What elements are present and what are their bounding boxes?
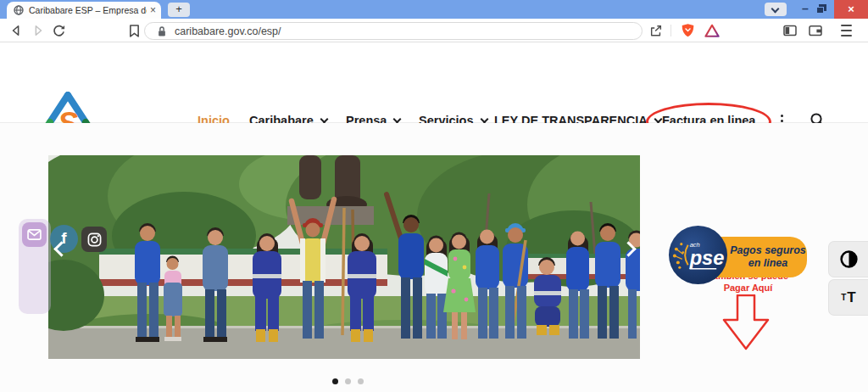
menu-icon — [841, 25, 852, 26]
window-restore-button[interactable] — [816, 4, 827, 14]
share-email-button[interactable] — [22, 222, 47, 247]
envelope-icon — [27, 229, 42, 240]
sidebar-icon — [783, 25, 797, 36]
tab-title: Caribabare ESP – Empresa de Serv — [29, 5, 147, 15]
carousel-dot-1[interactable] — [332, 378, 338, 384]
window-minimize-button[interactable]: – — [798, 0, 813, 19]
browser-toolbar: caribabare.gov.co/esp/ — [0, 19, 868, 42]
brave-shield-button[interactable] — [677, 19, 698, 42]
bookmark-button[interactable] — [125, 19, 143, 42]
group-photo-illustration — [48, 155, 640, 359]
chevron-down-icon — [771, 5, 780, 14]
url-text: caribabare.gov.co/esp/ — [175, 25, 281, 37]
carousel-dot-3[interactable] — [358, 378, 364, 384]
site-header: S CARIBABARE Inicio Caribabare Prensa Se… — [0, 42, 868, 123]
tab-search-chevron-button[interactable] — [765, 3, 787, 16]
chevron-down-icon — [393, 115, 402, 123]
sidebar-button[interactable] — [780, 19, 800, 42]
browser-window: Caribabare ESP – Empresa de Serv × + – × — [0, 0, 868, 392]
share-instagram-button[interactable] — [81, 227, 107, 252]
contrast-icon — [839, 249, 859, 269]
address-bar[interactable]: caribabare.gov.co/esp/ — [144, 22, 643, 40]
brave-rewards-button[interactable] — [702, 19, 722, 42]
toolbar-separator — [670, 25, 671, 36]
window-close-button[interactable]: × — [834, 0, 868, 19]
wallet-button[interactable] — [805, 19, 826, 42]
accessibility-contrast-button[interactable] — [828, 241, 868, 277]
bat-triangle-icon — [704, 24, 720, 38]
carousel-dot-2[interactable] — [345, 378, 351, 384]
instagram-icon — [87, 232, 102, 247]
annotation-arrow-down — [719, 294, 773, 350]
more-vertical-icon — [781, 115, 783, 117]
chevron-down-icon — [654, 115, 662, 123]
pse-logo-icon: ach pse — [668, 225, 728, 285]
tab-close-icon[interactable]: × — [150, 5, 156, 15]
wallet-icon — [809, 25, 822, 36]
share-button[interactable] — [646, 19, 666, 42]
accessibility-text-size-button[interactable]: TT — [828, 279, 868, 316]
back-icon — [10, 25, 22, 36]
pse-label-line1: Pagos seguros — [729, 244, 807, 257]
reload-button[interactable] — [49, 19, 68, 42]
share-icon — [649, 25, 663, 37]
shield-icon — [681, 23, 695, 38]
page-content: f También se puede Pagar Aquí Pagos segu… — [0, 123, 868, 392]
carousel-slide-photo — [48, 155, 640, 359]
reload-icon — [53, 25, 65, 37]
browser-menu-button[interactable] — [836, 19, 856, 42]
browser-titlebar: Caribabare ESP – Empresa de Serv × + – × — [0, 0, 868, 19]
new-tab-button[interactable]: + — [168, 3, 190, 17]
lock-icon — [157, 25, 167, 37]
text-size-icon: T — [841, 293, 846, 302]
forward-icon — [32, 25, 44, 36]
back-button[interactable] — [7, 19, 25, 42]
forward-button[interactable] — [29, 19, 47, 42]
bookmark-icon — [129, 25, 140, 37]
browser-tab[interactable]: Caribabare ESP – Empresa de Serv × — [7, 2, 161, 19]
chevron-down-icon — [480, 115, 488, 123]
globe-favicon — [14, 5, 24, 15]
pse-label-line2: en linea — [729, 257, 807, 270]
pse-brand-text: pse — [689, 247, 725, 269]
chevron-down-icon — [320, 115, 328, 123]
carousel-dots — [332, 378, 364, 384]
pse-payment-button[interactable]: Pagos seguros en linea ach pse — [668, 223, 809, 288]
